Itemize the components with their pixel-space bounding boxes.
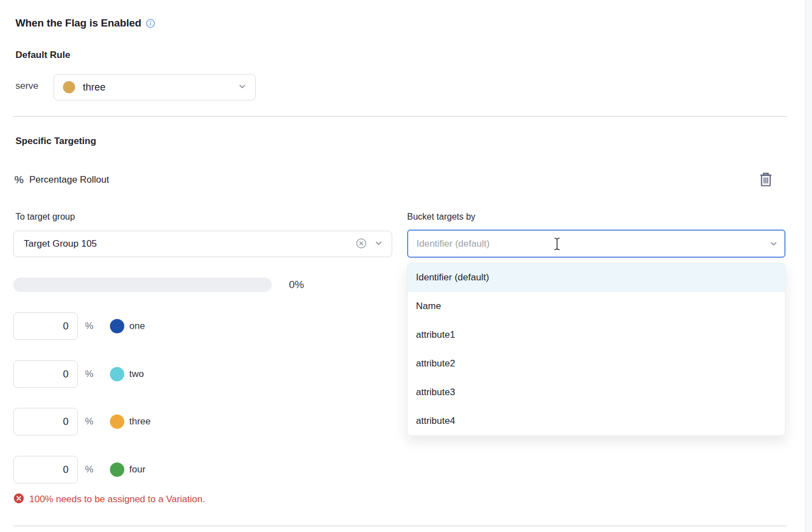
page-edge-gutter xyxy=(805,0,812,532)
bucket-targets-label: Bucket targets by xyxy=(407,212,476,222)
target-group-label: To target group xyxy=(15,212,75,222)
rollout-progress-label: 0% xyxy=(289,278,304,292)
serve-variation-select[interactable]: three xyxy=(54,74,256,100)
bucket-targets-menu: Identifier (default) Name attribute1 att… xyxy=(407,263,785,436)
specific-targeting-heading: Specific Targeting xyxy=(15,136,96,147)
menu-option-attribute1[interactable]: attribute1 xyxy=(408,321,785,349)
variation-percent-input-four[interactable] xyxy=(13,456,78,483)
variation-name: four xyxy=(129,464,145,475)
variation-color-dot xyxy=(110,319,124,333)
default-rule-heading: Default Rule xyxy=(15,50,70,61)
percentage-rollout-label: Percentage Rollout xyxy=(29,174,109,185)
variation-percent-input-three[interactable] xyxy=(13,408,78,435)
variation-percent-input-two[interactable] xyxy=(13,360,78,388)
rollout-progress-bar xyxy=(13,278,272,292)
menu-option-attribute2[interactable]: attribute2 xyxy=(408,349,785,378)
percent-unit-label: % xyxy=(85,369,93,380)
variation-color-dot xyxy=(110,462,124,477)
variation-color-dot xyxy=(63,81,75,93)
serve-label: serve xyxy=(15,81,39,92)
variation-row-three: % three xyxy=(13,408,251,435)
page-header: When the Flag is Enabled xyxy=(15,17,155,29)
variation-name: three xyxy=(129,416,151,427)
chevron-down-icon[interactable] xyxy=(769,240,778,250)
error-message: 100% needs to be assigned to a Variation… xyxy=(29,494,205,505)
error-icon xyxy=(13,493,24,506)
variation-name: one xyxy=(129,321,145,332)
delete-rule-button[interactable] xyxy=(758,171,773,189)
bucket-targets-input[interactable] xyxy=(407,230,785,258)
divider xyxy=(13,116,787,117)
circle-x-icon xyxy=(355,237,367,251)
variation-color-dot xyxy=(110,414,124,429)
chevron-down-icon xyxy=(238,82,246,93)
percent-unit-label: % xyxy=(85,464,93,475)
flag-targeting-page: When the Flag is Enabled Default Rule se… xyxy=(0,0,812,532)
info-icon[interactable] xyxy=(146,19,155,28)
percent-unit-label: % xyxy=(85,416,93,427)
variation-color-dot xyxy=(110,367,124,381)
variation-row-four: % four xyxy=(13,456,251,483)
page-title: When the Flag is Enabled xyxy=(15,17,141,29)
clear-selection-button[interactable] xyxy=(355,237,367,251)
target-group-value: Target Group 105 xyxy=(24,238,97,249)
divider xyxy=(13,525,787,526)
trash-icon xyxy=(759,172,773,189)
menu-option-attribute3[interactable]: attribute3 xyxy=(408,378,785,407)
bucket-targets-field xyxy=(407,230,785,258)
variation-row-one: % one xyxy=(13,312,251,340)
chevron-down-icon xyxy=(375,239,383,249)
menu-option-attribute4[interactable]: attribute4 xyxy=(408,407,785,435)
variation-row-two: % two xyxy=(13,360,251,388)
percent-unit-label: % xyxy=(85,321,93,332)
percentage-rollout-header: % Percentage Rollout xyxy=(14,174,109,186)
target-group-select[interactable]: Target Group 105 xyxy=(13,231,392,257)
menu-option-identifier-default[interactable]: Identifier (default) xyxy=(408,263,785,292)
serve-variation-value: three xyxy=(83,82,106,93)
menu-option-name[interactable]: Name xyxy=(408,292,785,321)
variation-name: two xyxy=(129,369,144,380)
validation-error: 100% needs to be assigned to a Variation… xyxy=(13,493,205,506)
percent-icon: % xyxy=(14,174,24,186)
variation-percent-input-one[interactable] xyxy=(13,312,78,340)
